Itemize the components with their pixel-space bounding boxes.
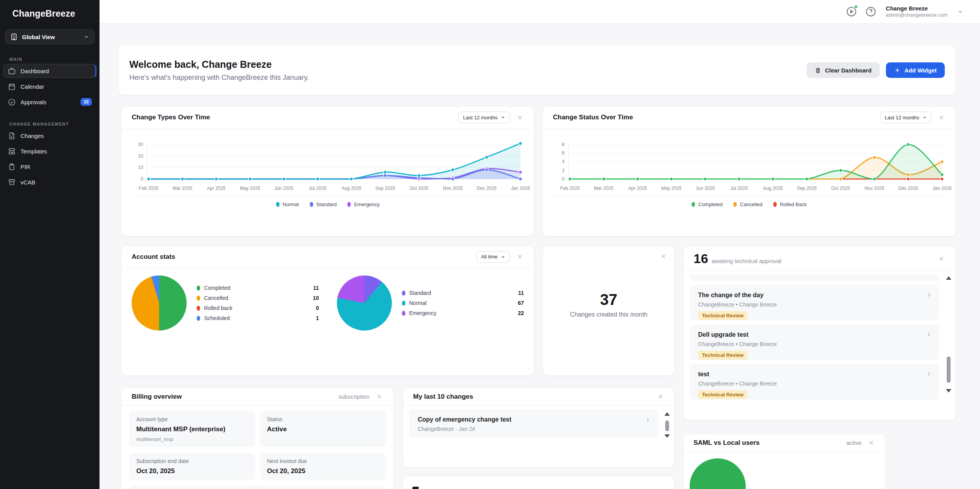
sidebar: ChangeBreeze Global View MAIN Dashboard … [0,0,100,489]
scrollbar-thumb[interactable] [947,356,951,383]
svg-text:Dec 2025: Dec 2025 [898,186,918,191]
close-icon[interactable] [937,255,946,263]
legend-dot [733,202,737,207]
legend-label: Standard [316,201,337,207]
range-select[interactable]: Last 12 months [880,112,932,123]
partial-stat-number [412,487,419,489]
pie-legend-row: Completed 11 [197,283,319,293]
close-icon[interactable] [867,439,875,447]
user-menu[interactable]: Change Breeze admin@changebreeze.com [886,5,947,19]
archive-icon [8,178,16,186]
sidebar-item-vcab[interactable]: vCAB [3,175,96,189]
legend-label: Normal [283,201,299,207]
help-button[interactable] [865,6,877,17]
my-changes-list: Copy of emergency change test ChangeBree… [403,406,675,437]
scrollbar[interactable] [946,275,951,412]
close-icon[interactable] [516,114,524,122]
plus-icon [894,67,901,74]
sidebar-item-templates[interactable]: Templates [3,144,96,158]
page-subtitle: Here's what's happening with ChangeBreez… [129,74,309,82]
chevron-down-icon [83,34,89,40]
widget-awaiting-approval: 16 awaiting technical approval The chang… [683,246,956,420]
scroll-up-arrow[interactable] [946,276,951,280]
check-circle-icon [8,98,16,106]
change-types-chart: 0102030Feb 2025Mar 2025Apr 2025May 2025J… [132,133,524,193]
field-value: Active [267,425,379,433]
svg-text:Jun 2025: Jun 2025 [696,186,715,191]
widget-title: Change Status Over Time [553,114,633,121]
svg-text:0: 0 [562,176,565,182]
field-label: Status [267,416,379,422]
my-change-list-item[interactable]: Copy of emergency change test ChangeBree… [410,410,657,437]
svg-text:Mar 2025: Mar 2025 [594,186,614,191]
approval-list-item[interactable]: Dell upgrade test ChangeBreeze • Change … [690,325,939,360]
legend-dot [197,306,200,311]
range-select[interactable]: Last 12 months [458,112,510,123]
scrollbar[interactable] [664,412,670,443]
legend-item: Emergency [347,201,379,207]
svg-text:Nov 2025: Nov 2025 [865,186,885,191]
scroll-down-arrow[interactable] [664,434,670,438]
sidebar-item-dashboard[interactable]: Dashboard [3,64,96,78]
approval-list-item[interactable]: test ChangeBreeze • Change Breeze Techni… [690,364,939,399]
briefcase-icon [8,67,16,75]
app-logo: ChangeBreeze [0,0,100,19]
svg-text:20: 20 [138,153,144,159]
range-select[interactable]: All time [476,251,510,263]
change-title: test [698,371,930,378]
svg-text:Jul 2025: Jul 2025 [309,186,327,191]
widget-partial-bottom [403,476,675,489]
sidebar-item-calendar[interactable]: Calendar [3,79,96,93]
tour-button[interactable] [846,6,857,17]
svg-text:Apr 2025: Apr 2025 [207,186,226,191]
sidebar-item-changes[interactable]: Changes [3,129,96,143]
clear-dashboard-button[interactable]: Clear Dashboard [807,62,880,78]
org-switcher[interactable]: Global View [5,29,94,44]
svg-text:Oct 2025: Oct 2025 [831,186,850,191]
trash-icon [815,67,821,74]
svg-text:2: 2 [562,168,565,173]
legend-dot [197,296,200,301]
close-icon[interactable] [656,393,664,401]
chevron-right-icon [925,331,932,338]
chevron-down-icon [501,255,505,259]
widget-tag: subscription [338,393,369,400]
approvals-count-badge: 10 [81,98,92,106]
svg-text:Nov 2025: Nov 2025 [443,186,463,191]
legend-label: Emergency [409,310,437,316]
widget-tag: active [846,439,862,446]
scroll-down-arrow[interactable] [946,389,951,393]
status-badge: Technical Review [698,390,747,399]
divider [553,196,946,196]
add-widget-button[interactable]: Add Widget [886,62,945,78]
legend-label: Cancelled [204,295,228,301]
close-icon[interactable] [516,253,524,261]
user-name: Change Breeze [886,5,947,12]
org-switcher-label: Global View [22,34,55,40]
close-icon[interactable] [937,114,946,122]
chevron-down-icon[interactable] [957,8,964,15]
sidebar-nav: MAIN Dashboard Calendar Approvals10CHANG… [0,57,100,189]
change-status-chart: 02468Feb 2025Mar 2025Apr 2025May 2025Jun… [553,133,946,193]
widget-created-this-month: 37 Changes created this month [542,246,675,376]
approval-list-item[interactable]: The change of the day ChangeBreeze • Cha… [690,285,939,320]
close-icon[interactable] [375,393,383,401]
billing-field: Subscription end date Oct 20, 2025 [129,453,255,480]
widget-my-changes: My last 10 changes Copy of emergency cha… [403,387,675,468]
sidebar-item-approvals[interactable]: Approvals10 [3,95,96,109]
svg-text:4: 4 [562,159,565,165]
chevron-down-icon [501,115,505,120]
svg-text:30: 30 [138,142,144,147]
sidebar-item-label: Changes [21,133,44,139]
scrollbar-thumb[interactable] [665,420,669,431]
pie-legend-row: Emergency 22 [402,308,524,318]
scroll-up-arrow[interactable] [664,412,670,416]
legend-dot [402,291,405,296]
pie-legend: Completed 11 Cancelled 10 Rolled back 0 … [197,283,319,323]
stat-caption: Changes created this month [570,311,647,318]
sidebar-item-label: Dashboard [21,68,49,74]
type-pie-chart [337,275,392,331]
sidebar-item-pir[interactable]: PIR [3,160,96,174]
widget-title: Billing overview [132,393,182,401]
widget-title: Account stats [132,253,175,261]
